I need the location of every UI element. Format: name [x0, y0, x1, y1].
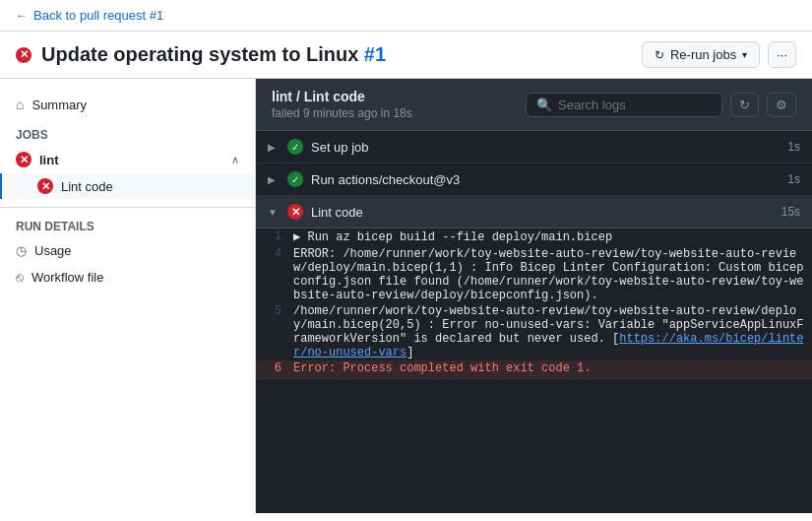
step-error-icon: ✕	[37, 178, 53, 194]
job-chevron-icon: ∧	[231, 154, 239, 166]
title-actions: ↻ Re-run jobs ▾ ···	[642, 41, 796, 68]
sidebar-item-workflow[interactable]: ⎋ Workflow file	[0, 264, 255, 291]
step-success-icon: ✓	[287, 171, 303, 187]
title-text-main: Update operating system to Linux	[41, 43, 358, 65]
step-time: 1s	[787, 140, 800, 154]
line-content: /home/runner/work/toy-website-auto-revie…	[293, 304, 804, 359]
rerun-jobs-button[interactable]: ↻ Re-run jobs ▾	[642, 41, 760, 68]
sidebar-item-usage[interactable]: ◷ Usage	[0, 237, 255, 264]
line-number: 5	[264, 304, 293, 359]
back-arrow-icon: ←	[16, 9, 28, 23]
title-left: ✕ Update operating system to Linux #1	[16, 43, 386, 66]
step-success-icon: ✓	[287, 139, 303, 155]
run-details-section: Run details	[0, 216, 255, 237]
sidebar-item-summary[interactable]: ⌂ Summary	[0, 91, 255, 118]
rerun-icon: ↻	[655, 48, 664, 62]
log-header: lint / Lint code failed 9 minutes ago in…	[256, 79, 812, 131]
sidebar-step-lint-code[interactable]: ✕ Lint code	[0, 173, 255, 199]
log-step-lint-header[interactable]: ▼ ✕ Lint code 15s	[256, 196, 812, 228]
log-line: 5 /home/runner/work/toy-website-auto-rev…	[256, 303, 812, 360]
back-nav-label: Back to pull request #1	[33, 8, 163, 23]
line-number: 1	[264, 229, 293, 245]
log-subtitle: failed 9 minutes ago in 18s	[272, 106, 412, 120]
line-number: 4	[264, 247, 293, 302]
main-layout: ⌂ Summary Jobs ✕ lint ∧ ✕ Lint code Run …	[0, 79, 812, 513]
step-name: Set up job	[311, 140, 369, 155]
step-header-left: ▶ ✓ Set up job	[268, 139, 369, 155]
log-line: 4 ERROR: /home/runner/work/toy-website-a…	[256, 246, 812, 303]
log-steps-list: ▶ ✓ Set up job 1s ▶ ✓ Run actions/checko…	[256, 131, 812, 513]
job-left: ✕ lint	[16, 152, 59, 167]
title-bar: ✕ Update operating system to Linux #1 ↻ …	[0, 32, 812, 79]
rerun-chevron-icon: ▾	[742, 49, 747, 60]
more-options-button[interactable]: ···	[768, 41, 796, 68]
step-chevron-icon: ▶	[268, 142, 280, 153]
log-step-setup-header[interactable]: ▶ ✓ Set up job 1s	[256, 131, 812, 163]
back-nav[interactable]: ← Back to pull request #1	[0, 0, 812, 32]
gear-icon: ⚙	[776, 98, 787, 112]
log-line: 1 ▶ Run az bicep build --file deploy/mai…	[256, 228, 812, 246]
log-step-checkout-header[interactable]: ▶ ✓ Run actions/checkout@v3 1s	[256, 163, 812, 195]
error-text: Error: Process completed with exit code …	[293, 361, 591, 375]
log-line-error: 6 Error: Process completed with exit cod…	[256, 360, 812, 378]
refresh-icon: ↻	[739, 98, 750, 112]
step-chevron-icon: ▶	[268, 174, 280, 185]
job-name-label: lint	[39, 153, 59, 167]
sidebar-jobs-section: Jobs	[0, 118, 255, 146]
step-error-icon: ✕	[287, 204, 303, 220]
log-step-lint: ▼ ✕ Lint code 15s 1 ▶ Run az bicep build…	[256, 196, 812, 379]
workflow-label: Workflow file	[31, 270, 103, 285]
step-header-left: ▼ ✕ Lint code	[268, 204, 363, 220]
sidebar-divider	[0, 207, 255, 208]
usage-label: Usage	[34, 243, 72, 258]
step-name: Run actions/checkout@v3	[311, 172, 460, 187]
log-search-box[interactable]: 🔍	[526, 93, 722, 117]
home-icon: ⌂	[16, 97, 24, 112]
step-header-left: ▶ ✓ Run actions/checkout@v3	[268, 171, 460, 187]
log-link[interactable]: https://aka.ms/bicep/linter/no-unused-va…	[293, 332, 804, 359]
sidebar: ⌂ Summary Jobs ✕ lint ∧ ✕ Lint code Run …	[0, 79, 256, 513]
workflow-icon: ⎋	[16, 270, 24, 285]
line-content: ERROR: /home/runner/work/toy-website-aut…	[293, 247, 804, 302]
line-content: Error: Process completed with exit code …	[293, 361, 804, 377]
log-title: lint / Lint code	[272, 89, 412, 104]
job-error-icon: ✕	[16, 152, 31, 167]
log-step-checkout: ▶ ✓ Run actions/checkout@v3 1s	[256, 163, 812, 196]
search-icon: 🔍	[536, 98, 552, 112]
log-lines-container: 1 ▶ Run az bicep build --file deploy/mai…	[256, 228, 812, 378]
step-time: 1s	[787, 172, 800, 186]
clock-icon: ◷	[16, 243, 27, 258]
line-content: ▶ Run az bicep build --file deploy/main.…	[293, 229, 804, 245]
more-label: ···	[777, 47, 787, 62]
step-chevron-down-icon: ▼	[268, 207, 280, 218]
page-title: Update operating system to Linux #1	[41, 43, 386, 66]
sidebar-step-label: Lint code	[61, 179, 113, 194]
jobs-label: Jobs	[16, 128, 48, 142]
search-input[interactable]	[558, 98, 706, 112]
settings-log-button[interactable]: ⚙	[767, 93, 796, 117]
log-header-actions: 🔍 ↻ ⚙	[526, 93, 796, 117]
step-time: 15s	[781, 205, 800, 219]
line-number: 6	[264, 361, 293, 377]
sidebar-job-lint[interactable]: ✕ lint ∧	[0, 146, 255, 173]
sidebar-summary-label: Summary	[31, 98, 87, 112]
log-content-area: lint / Lint code failed 9 minutes ago in…	[256, 79, 812, 513]
rerun-label: Re-run jobs	[670, 47, 736, 62]
log-step-setup: ▶ ✓ Set up job 1s	[256, 131, 812, 163]
log-header-info: lint / Lint code failed 9 minutes ago in…	[272, 89, 412, 120]
run-number: #1	[364, 43, 386, 65]
step-name: Lint code	[311, 205, 363, 220]
run-status-error-icon: ✕	[16, 47, 31, 63]
refresh-log-button[interactable]: ↻	[730, 93, 759, 117]
